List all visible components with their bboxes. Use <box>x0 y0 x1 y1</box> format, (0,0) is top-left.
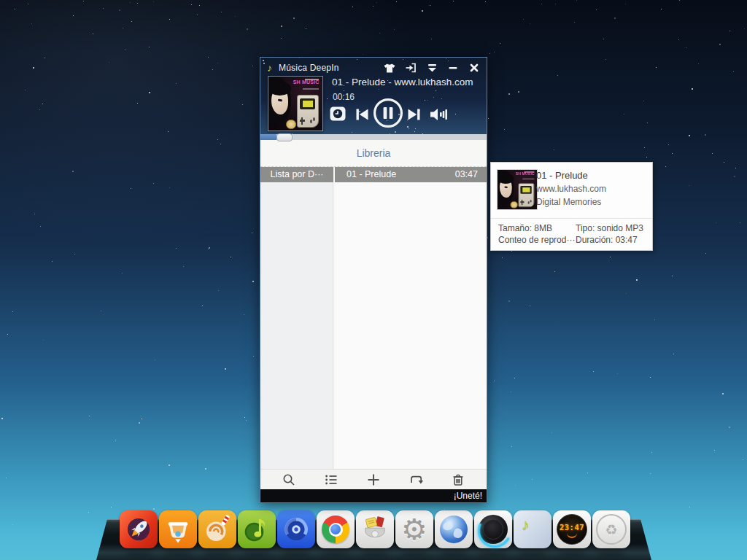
tracklist-panel-body[interactable] <box>335 182 487 469</box>
album-art: SH MUSIC <box>268 76 323 131</box>
dock: ⚙ ♪ 23:47 ♻ <box>120 510 630 548</box>
skin-tshirt-button[interactable] <box>384 63 395 73</box>
tracklist-panel: 01 - Prelude 03:47 <box>335 167 487 469</box>
recycle-icon: ♻ <box>596 514 627 545</box>
next-button[interactable] <box>406 107 421 125</box>
library-panels: Lista por D··· 01 - Prelude 03:47 <box>260 167 487 469</box>
volume-button[interactable] <box>430 106 449 125</box>
dock-icon-file-manager[interactable] <box>356 510 394 548</box>
seek-bar-thumb[interactable] <box>276 133 293 141</box>
sign-in-button[interactable] <box>405 63 417 73</box>
dock-icon-clock[interactable]: 23:47 <box>553 510 591 548</box>
popup-size: Tamaño: 8MB <box>498 223 552 233</box>
popup-album: Digital Memories <box>536 197 601 207</box>
dock-icon-launcher[interactable] <box>120 510 158 548</box>
previous-button[interactable] <box>355 107 370 125</box>
playlist-panel: Lista por D··· <box>260 167 335 469</box>
dock-icon-web-browser[interactable] <box>435 510 473 548</box>
dock-icon-deepin-music[interactable] <box>238 510 276 548</box>
repeat-mode-button[interactable] <box>408 472 424 487</box>
now-playing-title: 01 - Prelude - www.lukhash.com <box>332 77 473 88</box>
titlebar[interactable]: ♪ Música DeepIn <box>260 58 487 76</box>
pull-down-button[interactable] <box>426 63 438 73</box>
playlist-panel-header[interactable]: Lista por D··· <box>260 167 333 182</box>
globe-icon <box>440 516 468 543</box>
music-player-window: ♪ Música DeepIn <box>260 57 487 503</box>
track-row[interactable]: 01 - Prelude 03:47 <box>335 167 487 182</box>
player-header: ♪ Música DeepIn <box>260 58 487 134</box>
join-link[interactable]: ¡Uneté! <box>454 491 482 501</box>
popup-artist: www.lukhash.com <box>536 184 606 194</box>
titlebar-buttons <box>384 63 480 73</box>
library-toolbar <box>260 469 487 489</box>
window-title: Música DeepIn <box>279 63 339 73</box>
music-note-icon: ♪ <box>522 516 530 533</box>
popup-track-title: 01 - Prelude <box>536 170 588 181</box>
delete-button[interactable] <box>450 472 466 487</box>
digital-clock: 23:47 <box>557 514 587 545</box>
pause-button[interactable] <box>373 98 403 131</box>
knob-icon <box>479 515 508 544</box>
popup-type: Tipo: sonido MP3 <box>576 223 643 233</box>
dock-icon-trash[interactable]: ♻ <box>592 510 630 548</box>
dock-icon-music-player-running[interactable]: ♪ <box>514 510 551 548</box>
seek-bar-fill <box>260 134 276 140</box>
album-art-image: SH MUSIC <box>268 77 322 131</box>
dock-icon-coffee-app[interactable] <box>198 510 236 548</box>
popup-divider <box>491 218 652 219</box>
popup-album-thumbnail: SH MUSIC <box>497 169 538 210</box>
gear-icon: ⚙ <box>401 515 427 544</box>
tab-library[interactable]: Libreria <box>357 147 391 159</box>
album-title-text: SH MUSIC <box>293 79 320 85</box>
lyrics-toggle-button[interactable] <box>330 106 346 124</box>
app-music-note-icon: ♪ <box>267 63 272 73</box>
track-info-popup: SH MUSIC 01 - Prelude www.lukhash.com Di… <box>490 162 653 251</box>
search-button[interactable] <box>281 472 297 487</box>
track-row-title: 01 - Prelude <box>347 167 396 182</box>
add-music-button[interactable] <box>365 472 382 487</box>
library-tab-bar: Libreria <box>260 140 487 167</box>
dock-icon-media-player[interactable] <box>277 510 315 548</box>
album-gameboy <box>297 95 319 128</box>
seek-bar[interactable] <box>260 134 487 140</box>
playback-controls <box>328 98 484 131</box>
popup-play-count: Conteo de reprod··· <box>498 235 575 245</box>
chrome-logo <box>322 516 349 543</box>
minimize-button[interactable] <box>447 63 459 73</box>
close-button[interactable] <box>468 63 480 73</box>
promo-bar: ¡Uneté! <box>260 489 487 502</box>
dock-icon-google-chrome[interactable] <box>317 510 355 548</box>
playlist-panel-body[interactable] <box>260 182 333 469</box>
dock-icon-software-center[interactable] <box>159 510 197 548</box>
popup-duration: Duración: 03:47 <box>576 235 638 245</box>
clock-time: 23:47 <box>560 523 584 532</box>
track-row-duration: 03:47 <box>455 167 478 182</box>
playlist-view-button[interactable] <box>323 472 339 487</box>
dock-icon-volume-knob[interactable] <box>474 510 512 548</box>
dock-icon-control-center[interactable]: ⚙ <box>395 510 433 548</box>
